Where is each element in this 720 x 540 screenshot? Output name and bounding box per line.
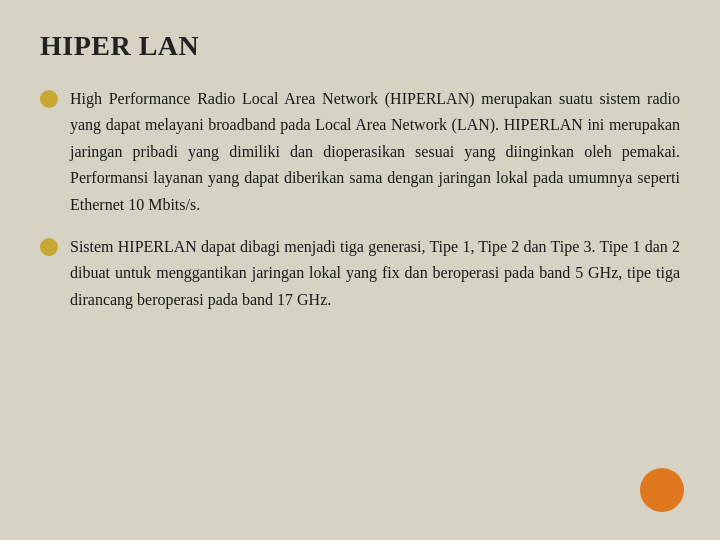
slide: HIPER LAN High Performance Radio Local A…: [0, 0, 720, 540]
bullet-icon-2: [40, 238, 58, 256]
slide-title: HIPER LAN: [40, 30, 680, 62]
bullet-icon-1: [40, 90, 58, 108]
bullet-item-2: Sistem HIPERLAN dapat dibagi menjadi tig…: [40, 234, 680, 313]
bullet-item-1: High Performance Radio Local Area Networ…: [40, 86, 680, 218]
content-area: High Performance Radio Local Area Networ…: [40, 86, 680, 313]
orange-circle-decoration: [640, 468, 684, 512]
bullet-text-1: High Performance Radio Local Area Networ…: [70, 86, 680, 218]
bullet-text-2: Sistem HIPERLAN dapat dibagi menjadi tig…: [70, 234, 680, 313]
